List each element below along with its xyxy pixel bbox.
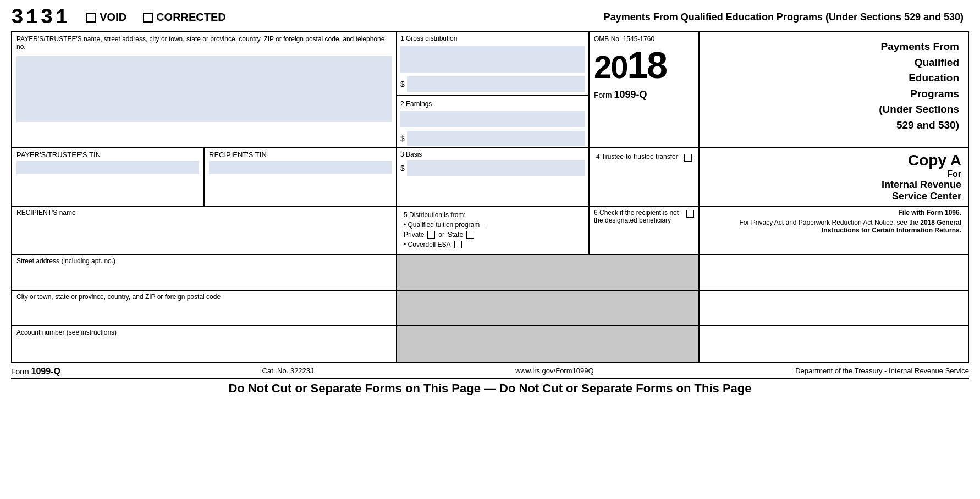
recipient-name-label: RECIPIENT'S name: [16, 209, 392, 217]
recipient-tin-label: RECIPIENT'S TIN: [209, 151, 392, 159]
footer-department: Department of the Treasury - Internal Re…: [795, 367, 969, 376]
copy-a-right-row4: [700, 255, 968, 290]
check-recip-inner: 6 Check if the recipient is not the desi…: [594, 209, 694, 224]
footer-cut-warning: Do Not Cut or Separate Forms on This Pag…: [11, 381, 969, 396]
payer-tin-label: PAYER'S/TRUSTEE'S TIN: [16, 151, 199, 159]
omb-number: OMB No. 1545-1760: [594, 35, 654, 43]
field1-dollar-sign: $: [400, 80, 405, 88]
recipient-tin-cell: RECIPIENT'S TIN: [205, 148, 397, 206]
basis-cell: 3 Basis $: [397, 148, 590, 206]
form-title: Payments From Qualified Education Progra…: [243, 12, 969, 23]
row1: PAYER'S/TRUSTEE'S name, street address, …: [12, 32, 968, 148]
field3-label: 3 Basis: [397, 148, 588, 159]
form-name-display: Form 1099-Q: [594, 89, 647, 101]
recipient-tin-input[interactable]: [209, 161, 392, 174]
footer-website: www.irs.gov/Form1099Q: [515, 367, 593, 376]
street-address-cell: Street address (including apt. no.): [12, 255, 397, 290]
dist-checkbox-row1: Private or State: [404, 231, 582, 239]
check-recipient-cell: 6 Check if the recipient is not the desi…: [590, 207, 700, 254]
row2: PAYER'S/TRUSTEE'S TIN RECIPIENT'S TIN 3 …: [12, 148, 968, 207]
field4-label: 4 Trustee-to-trustee transfer: [596, 153, 681, 160]
right-panel-title: Payments FromQualifiedEducationPrograms(…: [700, 32, 968, 147]
trustee-transfer-cell: 4 Trustee-to-trustee transfer: [590, 148, 700, 206]
footer-cat-no: Cat. No. 32223J: [262, 367, 314, 376]
trustee-inner: 4 Trustee-to-trustee transfer: [594, 151, 694, 165]
row5: City or town, state or province, country…: [12, 291, 968, 326]
city-label: City or town, state or province, country…: [16, 293, 392, 301]
account-cell: Account number (see instructions): [12, 326, 397, 362]
city-cell: City or town, state or province, country…: [12, 291, 397, 325]
field5-state-label: State: [448, 231, 463, 239]
private-checkbox[interactable]: [427, 231, 435, 239]
recipient-name-cell: RECIPIENT'S name: [12, 207, 397, 254]
year-display: 2018: [594, 46, 667, 84]
corrected-checkbox-label[interactable]: CORRECTED: [143, 11, 226, 24]
field2-label: 2 Earnings: [397, 98, 588, 109]
void-label: VOID: [100, 11, 126, 24]
dist-checkbox-row2: • Coverdell ESA: [404, 241, 582, 248]
void-checkbox[interactable]: [86, 13, 96, 23]
recipient-name-input[interactable]: [16, 217, 392, 244]
form-main: PAYER'S/TRUSTEE'S name, street address, …: [11, 31, 969, 363]
trustee-checkbox[interactable]: [684, 154, 692, 162]
city-input[interactable]: [16, 301, 392, 323]
row6: Account number (see instructions): [12, 326, 968, 362]
account-input[interactable]: [16, 336, 392, 358]
shaded-middle-row5: [397, 291, 700, 325]
shaded-bottom-row6: [397, 326, 700, 362]
void-corrected-area: VOID CORRECTED: [86, 11, 226, 24]
street-label: Street address (including apt. no.): [16, 257, 392, 265]
field3-dollar-sign: $: [400, 164, 405, 173]
field1-dollar-row: $: [397, 75, 588, 93]
state-checkbox[interactable]: [466, 231, 474, 239]
field5-coverdell: • Coverdell ESA: [404, 241, 451, 248]
omb-cell: OMB No. 1545-1760 2018 Form 1099-Q: [590, 32, 700, 147]
footer-top: Form 1099-Q Cat. No. 32223J www.irs.gov/…: [11, 363, 969, 378]
field1-dollar-input[interactable]: [407, 76, 585, 92]
footer-form-number: Form 1099-Q: [11, 367, 60, 376]
street-input[interactable]: [16, 265, 392, 287]
distribution-cell: 5 Distribution is from: • Qualified tuit…: [397, 207, 590, 254]
gross-distribution-cell: 1 Gross distribution $ 2 Earnings $: [397, 32, 590, 147]
copy-a-header-cell: Copy A For Internal RevenueService Cente…: [700, 148, 968, 206]
field1-label: 1 Gross distribution: [397, 32, 588, 43]
recipient-checkbox[interactable]: [686, 210, 694, 218]
field5-sub: • Qualified tuition program—: [404, 221, 582, 229]
empty-right-row5: [700, 291, 968, 325]
payer-tin-cell: PAYER'S/TRUSTEE'S TIN: [12, 148, 205, 206]
form-number-display: 3131: [11, 5, 70, 29]
row1-divider: [397, 95, 588, 96]
account-label: Account number (see instructions): [16, 329, 392, 336]
field2-dollar-input[interactable]: [407, 131, 585, 146]
payer-info-cell: PAYER'S/TRUSTEE'S name, street address, …: [12, 32, 397, 147]
payer-tin-input[interactable]: [16, 161, 199, 174]
footer-form-num: 1099-Q: [31, 367, 60, 376]
field5-label: 5 Distribution is from:: [404, 211, 582, 219]
field6-label: 6 Check if the recipient is not the desi…: [594, 209, 683, 224]
coverdell-checkbox[interactable]: [454, 241, 462, 248]
field5-private-label: Private: [404, 231, 424, 239]
payer-info-label: PAYER'S/TRUSTEE'S name, street address, …: [16, 35, 392, 51]
top-header: 3131 VOID CORRECTED Payments From Qualif…: [11, 5, 969, 31]
footer-bottom: Do Not Cut or Separate Forms on This Pag…: [11, 378, 969, 396]
field3-dollar-row: $: [397, 159, 588, 177]
check-recip-checkbox-wrap[interactable]: [686, 210, 694, 219]
row4: Street address (including apt. no.): [12, 255, 968, 291]
empty-right-row6: [700, 326, 968, 362]
payer-info-input[interactable]: [16, 56, 392, 122]
field3-dollar-input[interactable]: [407, 160, 585, 176]
void-checkbox-label[interactable]: VOID: [86, 11, 126, 24]
trustee-checkbox-wrap[interactable]: [684, 154, 692, 163]
row3: RECIPIENT'S name 5 Distribution is from:…: [12, 207, 968, 255]
field5-or: or: [438, 231, 444, 239]
copy-a-continued-cell: File with Form 1096. For Privacy Act and…: [700, 207, 968, 254]
field2-dollar-row: $: [397, 130, 588, 147]
footer-form-label: Form: [11, 367, 29, 376]
corrected-checkbox[interactable]: [143, 13, 153, 23]
dist-inner: 5 Distribution is from: • Qualified tuit…: [401, 209, 584, 252]
field1-input[interactable]: [400, 46, 585, 73]
shaded-middle-row4: [397, 255, 700, 290]
field2-dollar-sign: $: [400, 134, 405, 143]
corrected-label: CORRECTED: [156, 11, 226, 24]
field2-input[interactable]: [400, 111, 585, 127]
